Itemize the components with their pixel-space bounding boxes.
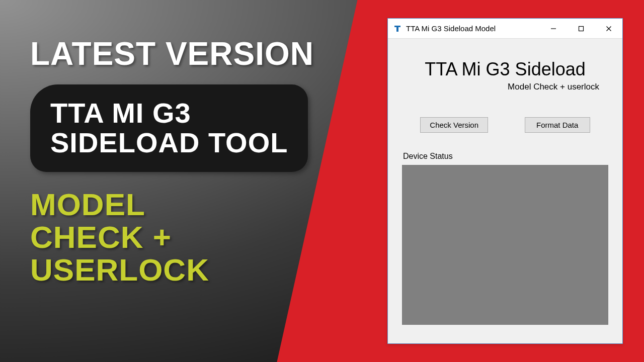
close-button[interactable] [595, 19, 622, 39]
minimize-button[interactable] [539, 19, 567, 39]
titlebar[interactable]: TTA Mi G3 Sideload Model [388, 19, 622, 39]
device-status-label: Device Status [403, 152, 608, 161]
app-subheading: Model Check + userlock [402, 82, 608, 92]
promo-text-block: LATEST VERSION TTA MI G3 SIDELOAD TOOL M… [30, 35, 314, 286]
device-status-output [402, 165, 608, 325]
check-version-button[interactable]: Check Version [420, 117, 488, 133]
app-window: TTA Mi G3 Sideload Model TTA Mi G3 Sidel… [387, 18, 623, 344]
window-title: TTA Mi G3 Sideload Model [406, 24, 539, 33]
promo-badge-line1: TTA MI G3 [50, 99, 288, 128]
format-data-button[interactable]: Format Data [525, 117, 590, 133]
window-controls [539, 19, 622, 38]
promo-subtext: MODEL CHECK + USERLOCK [30, 188, 314, 286]
promo-headline: LATEST VERSION [30, 35, 314, 72]
maximize-button[interactable] [567, 19, 595, 39]
promo-badge-line2: SIDELOAD TOOL [50, 128, 288, 158]
promo-badge: TTA MI G3 SIDELOAD TOOL [30, 84, 308, 172]
svg-rect-1 [579, 27, 583, 31]
promo-subtext-line1: MODEL [30, 188, 314, 221]
promo-subtext-line3: USERLOCK [30, 253, 314, 286]
app-letter-t-icon [393, 24, 402, 33]
promo-subtext-line2: CHECK + [30, 221, 314, 253]
app-heading: TTA Mi G3 Sideload [402, 59, 608, 80]
button-row: Check Version Format Data [402, 117, 608, 133]
window-body: TTA Mi G3 Sideload Model Check + userloc… [388, 39, 622, 325]
